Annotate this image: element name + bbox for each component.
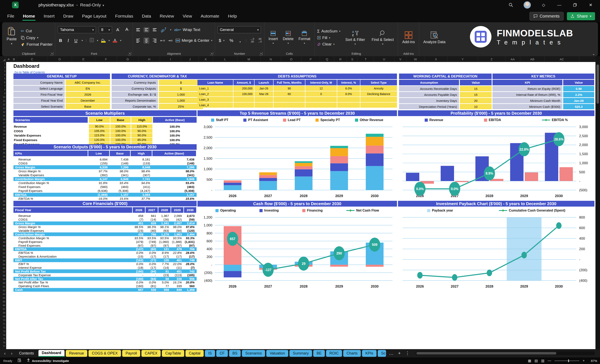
- row-header[interactable]: 41: [0, 211, 6, 214]
- column-header-X[interactable]: X: [425, 56, 447, 62]
- column-header-Y[interactable]: Y: [447, 56, 478, 62]
- decrease-font-icon[interactable]: Aˇ: [124, 27, 130, 32]
- row-value[interactable]: 15: [460, 86, 492, 91]
- minimize-button[interactable]: —: [556, 2, 562, 8]
- row-header[interactable]: 4: [0, 73, 6, 77]
- bold-button[interactable]: B: [58, 38, 63, 43]
- column-headers[interactable]: ABCDEFGHIJKLMNOPQRSTUVWXYZAAABACAD: [6, 56, 595, 62]
- row-header[interactable]: 73: [0, 330, 6, 333]
- column-header-B[interactable]: B: [11, 56, 17, 62]
- row-header[interactable]: 35: [0, 188, 6, 192]
- number-dialog-launcher[interactable]: ↘: [259, 52, 262, 55]
- row-header[interactable]: 75: [0, 337, 6, 341]
- cell[interactable]: 90.0%: [131, 133, 152, 138]
- menu-tab-page-layout[interactable]: Page Layout: [78, 11, 111, 21]
- select-all-corner[interactable]: [0, 56, 6, 62]
- sheet-tab-is[interactable]: IS: [205, 350, 215, 357]
- cell[interactable]: [234, 97, 254, 102]
- share-button[interactable]: Share▾: [567, 12, 595, 20]
- cell[interactable]: 115.0%: [89, 133, 110, 138]
- column-header-Q[interactable]: Q: [320, 56, 334, 62]
- row-header[interactable]: 2: [0, 66, 6, 69]
- cell[interactable]: 100.0%: [110, 124, 131, 129]
- menu-tab-data[interactable]: Data: [138, 11, 155, 21]
- menu-tab-file[interactable]: File: [3, 11, 19, 21]
- row-header[interactable]: 48: [0, 237, 6, 240]
- row-header[interactable]: 49: [0, 240, 6, 244]
- cell[interactable]: Mar-26: [254, 91, 273, 96]
- row-headers[interactable]: 1234567891011121314151617181920212223242…: [0, 62, 6, 349]
- column-header-H[interactable]: H: [139, 56, 160, 62]
- search-icon[interactable]: [508, 2, 514, 8]
- row-header[interactable]: 69: [0, 315, 6, 318]
- row-value[interactable]: December: [66, 98, 110, 103]
- row-header[interactable]: 18: [0, 125, 6, 129]
- row-header[interactable]: 15: [0, 114, 6, 118]
- vertical-scrollbar[interactable]: [595, 56, 600, 349]
- cell[interactable]: 100.0%: [110, 129, 131, 133]
- row-header[interactable]: 32: [0, 177, 6, 181]
- row-header[interactable]: 43: [0, 218, 6, 222]
- zoom-in-icon[interactable]: +: [583, 359, 585, 363]
- sheet-tab-payroll[interactable]: Payroll: [122, 350, 140, 357]
- cell[interactable]: [337, 102, 360, 108]
- row-header[interactable]: 29: [0, 166, 6, 170]
- decrease-indent-icon[interactable]: ⇤≡: [160, 39, 165, 43]
- align-bottom-icon[interactable]: [152, 27, 157, 32]
- cell[interactable]: Loan_4: [197, 102, 233, 108]
- macro-record-icon[interactable]: [18, 358, 21, 363]
- column-header-S[interactable]: S: [347, 56, 358, 62]
- cell[interactable]: 110.0%: [131, 124, 152, 129]
- font-color-icon[interactable]: A: [113, 39, 117, 43]
- row-value[interactable]: 15: [460, 92, 492, 97]
- cell[interactable]: 8.0%: [337, 91, 360, 96]
- cell[interactable]: [254, 97, 273, 102]
- cell[interactable]: 90: [273, 86, 305, 91]
- sheet-tab-summary[interactable]: Summary: [290, 350, 312, 357]
- clipboard-dialog-launcher[interactable]: ↘: [50, 52, 53, 55]
- document-title[interactable]: physiotherapy.xlsx - Read-Only▾: [38, 2, 104, 8]
- comments-button[interactable]: Comments: [529, 12, 564, 20]
- row-header[interactable]: 70: [0, 318, 6, 322]
- row-header[interactable]: 36: [0, 192, 6, 196]
- row-header[interactable]: 52: [0, 252, 6, 255]
- column-header-P[interactable]: P: [301, 56, 320, 62]
- cell[interactable]: 100,000: [234, 91, 254, 96]
- row-header[interactable]: 51: [0, 248, 6, 252]
- borders-icon[interactable]: [90, 38, 94, 43]
- number-format-select[interactable]: General▾: [217, 26, 261, 33]
- clear-button[interactable]: Clear▾: [317, 42, 340, 46]
- delete-cells-button[interactable]: Delete▾: [281, 30, 295, 45]
- align-top-icon[interactable]: [135, 27, 141, 32]
- sheet-tab-contents[interactable]: Contents: [16, 350, 37, 357]
- column-header-N[interactable]: N: [261, 56, 281, 62]
- sheet-tab-revenue[interactable]: Revenue: [66, 350, 87, 357]
- sheet-tab-cf[interactable]: CF: [216, 350, 228, 357]
- column-header-AA[interactable]: AA: [505, 56, 520, 62]
- percent-format-icon[interactable]: %: [228, 38, 235, 43]
- row-header[interactable]: 68: [0, 311, 6, 315]
- row-header[interactable]: 55: [0, 263, 6, 266]
- sheet-tab-roic[interactable]: ROIC: [326, 350, 342, 357]
- sheet-tab-captable[interactable]: CapTable: [162, 350, 184, 357]
- row-header[interactable]: 61: [0, 285, 6, 289]
- sheet-tab-capital[interactable]: Capital: [186, 350, 204, 357]
- row-header[interactable]: 28: [0, 162, 6, 166]
- row-header[interactable]: 34: [0, 185, 6, 188]
- sheet-tab-be[interactable]: BE: [313, 350, 325, 357]
- row-header[interactable]: 20: [0, 133, 6, 136]
- align-center-icon[interactable]: [144, 38, 149, 44]
- row-header[interactable]: 30: [0, 170, 6, 173]
- cell[interactable]: Loan_3: [197, 97, 233, 102]
- row-header[interactable]: 42: [0, 214, 6, 218]
- autosum-button[interactable]: ΣAutoSum▾: [317, 29, 340, 34]
- align-middle-icon[interactable]: [144, 27, 149, 32]
- copy-button[interactable]: Copy▾: [21, 36, 53, 40]
- column-header-AD[interactable]: AD: [579, 56, 595, 62]
- row-header[interactable]: 11: [0, 99, 6, 103]
- cell[interactable]: [337, 97, 360, 102]
- cell[interactable]: 6.0%: [337, 86, 360, 91]
- table-row[interactable]: Loan_4: [197, 102, 397, 108]
- row-header[interactable]: 57: [0, 270, 6, 274]
- column-header-R[interactable]: R: [334, 56, 347, 62]
